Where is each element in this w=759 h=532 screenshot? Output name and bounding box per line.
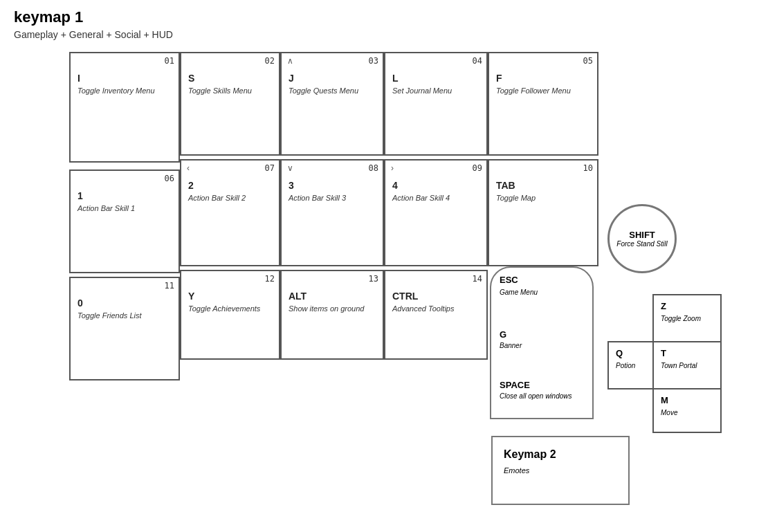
shift-action: Force Stand Still [616, 240, 667, 248]
key-09-action: Action Bar Skill 4 [392, 194, 450, 202]
key-t: T Town Portal [652, 341, 722, 389]
key-08-num: 08 [369, 163, 378, 173]
key-03-arrow: ∧ [287, 56, 293, 66]
g-label: G [500, 329, 506, 340]
m-label: M [661, 395, 668, 405]
key-03-action: Toggle Quests Menu [289, 86, 358, 95]
z-label: Z [661, 301, 666, 311]
key-11-num: 11 [165, 281, 174, 291]
q-label: Q [616, 348, 623, 358]
key-13-label: ALT [289, 291, 307, 302]
t-action: Town Portal [661, 362, 697, 369]
key-06-action: Action Bar Skill 1 [77, 204, 135, 212]
key-09-num: 09 [473, 163, 482, 173]
key-z: Z Toggle Zoom [652, 294, 722, 342]
key-08-action: Action Bar Skill 3 [289, 194, 346, 202]
key-08: ∨ 08 3 Action Bar Skill 3 [280, 159, 384, 266]
key-12-action: Toggle Achievements [188, 304, 260, 313]
page-title: keymap 1 [14, 8, 83, 26]
q-action: Potion [616, 362, 635, 369]
key-02: 02 S Toggle Skills Menu [180, 52, 280, 156]
key-12-num: 12 [265, 274, 275, 284]
keymap2-box[interactable]: Keymap 2 Emotes [491, 436, 630, 505]
key-03-label: J [289, 73, 294, 84]
key-06-num: 06 [165, 174, 174, 183]
key-08-arrow: ∨ [287, 163, 293, 173]
esc-action: Game Menu [500, 288, 538, 296]
key-02-label: S [188, 73, 194, 84]
key-m: M Move [652, 388, 722, 433]
key-08-label: 3 [289, 180, 294, 191]
key-10-num: 10 [583, 163, 593, 173]
key-09-arrow: › [391, 163, 394, 173]
shift-label: SHIFT [629, 230, 655, 240]
key-01: 01 I Toggle Inventory Menu [69, 52, 180, 163]
key-13-num: 13 [369, 274, 378, 284]
key-01-action: Toggle Inventory Menu [77, 86, 155, 95]
key-05-num: 05 [583, 56, 593, 66]
key-09-label: 4 [392, 180, 398, 191]
keymap2-label: Keymap 2 [504, 448, 556, 461]
key-03: ∧ 03 J Toggle Quests Menu [280, 52, 384, 156]
key-01-label: I [77, 73, 80, 84]
key-03-num: 03 [369, 56, 378, 66]
key-10-action: Toggle Map [496, 194, 536, 202]
key-11-label: 0 [77, 297, 83, 309]
key-11-action: Toggle Friends List [77, 311, 142, 320]
key-04: 04 L Set Journal Menu [384, 52, 488, 156]
key-02-num: 02 [265, 56, 275, 66]
key-12-label: Y [188, 291, 194, 302]
key-13-action: Show items on ground [289, 304, 364, 313]
space-action: Close all open windows [500, 392, 572, 400]
key-07-action: Action Bar Skill 2 [188, 194, 246, 202]
key-07-arrow: ‹ [187, 163, 190, 173]
key-14-num: 14 [473, 274, 482, 284]
key-01-num: 01 [165, 56, 174, 66]
key-05-label: F [496, 73, 502, 84]
key-shift: SHIFT Force Stand Still [607, 204, 677, 273]
keymap2-sub: Emotes [504, 466, 529, 475]
key-g: G Banner [490, 324, 594, 376]
key-14-action: Advanced Tooltips [392, 304, 455, 313]
key-06: 06 1 Action Bar Skill 1 [69, 169, 180, 273]
key-10-label: TAB [496, 180, 515, 191]
t-label: T [661, 348, 666, 358]
key-07: ‹ 07 2 Action Bar Skill 2 [180, 159, 280, 266]
key-13: 13 ALT Show items on ground [280, 270, 384, 360]
page-subtitle: Gameplay + General + Social + HUD [14, 29, 173, 40]
key-05-action: Toggle Follower Menu [496, 86, 571, 95]
key-04-action: Set Journal Menu [392, 86, 452, 95]
esc-label: ESC [500, 275, 518, 285]
key-05: 05 F Toggle Follower Menu [488, 52, 598, 156]
z-action: Toggle Zoom [661, 315, 701, 322]
key-14-label: CTRL [392, 291, 418, 302]
key-07-label: 2 [188, 180, 194, 191]
key-07-num: 07 [265, 163, 275, 173]
key-02-action: Toggle Skills Menu [188, 86, 252, 95]
key-esc: ESC Game Menu [490, 266, 594, 325]
key-space: SPACE Close all open windows [490, 374, 594, 419]
m-action: Move [661, 409, 677, 416]
g-action: Banner [500, 342, 522, 349]
key-10: 10 TAB Toggle Map [488, 159, 598, 266]
key-q: Q Potion [607, 341, 656, 389]
key-04-label: L [392, 73, 399, 84]
key-09: › 09 4 Action Bar Skill 4 [384, 159, 488, 266]
key-06-label: 1 [77, 190, 83, 201]
key-12: 12 Y Toggle Achievements [180, 270, 280, 360]
key-04-num: 04 [473, 56, 482, 66]
key-14: 14 CTRL Advanced Tooltips [384, 270, 488, 360]
key-11: 11 0 Toggle Friends List [69, 277, 180, 380]
space-label: SPACE [500, 380, 530, 390]
